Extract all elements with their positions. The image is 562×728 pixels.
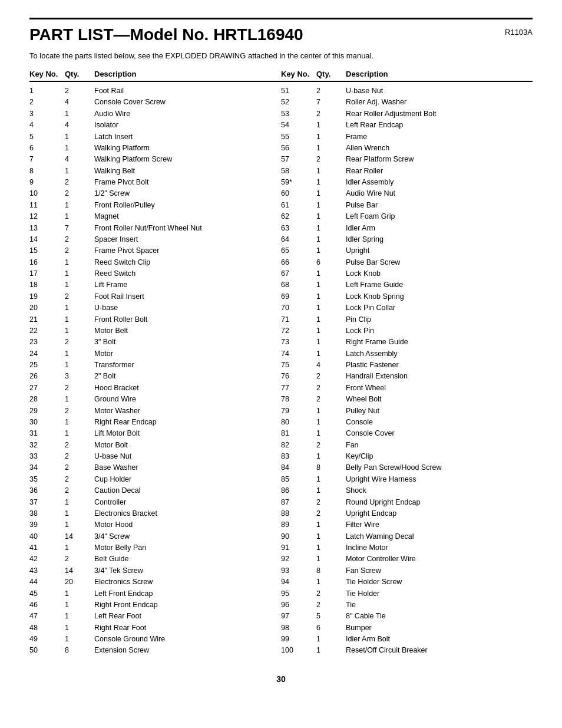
list-item: 56 1 Allen Wrench	[281, 143, 533, 154]
part-qty: 14	[65, 531, 94, 542]
list-item: 94 1 Tie Holder Screw	[281, 577, 533, 588]
list-item: 29 2 Motor Washer	[29, 406, 281, 417]
part-qty: 1	[316, 577, 346, 588]
part-qty: 1	[316, 406, 346, 417]
list-item: 3 1 Audio Wire	[29, 108, 281, 120]
part-key: 35	[29, 474, 65, 485]
part-qty: 1	[316, 234, 346, 245]
part-qty: 8	[316, 565, 346, 577]
part-desc: Motor Belly Pan	[94, 542, 281, 554]
part-qty: 2	[316, 440, 346, 451]
part-key: 79	[281, 406, 316, 417]
list-item: 83 1 Key/Clip	[281, 451, 533, 462]
list-item: 36 2 Caution Decal	[29, 485, 281, 496]
part-qty: 2	[65, 337, 94, 348]
part-qty: 2	[316, 154, 346, 165]
page-header: PART LIST—Model No. HRTL16940 R1103A	[29, 18, 533, 44]
part-key: 92	[281, 554, 316, 565]
list-item: 46 1 Right Front Endcap	[29, 599, 281, 611]
part-key: 81	[281, 428, 316, 439]
part-key: 74	[281, 348, 316, 360]
list-item: 65 1 Upright	[281, 245, 533, 256]
list-item: 100 1 Reset/Off Circuit Breaker	[281, 645, 533, 656]
part-desc: Reset/Off Circuit Breaker	[346, 645, 533, 656]
part-desc: Console	[346, 417, 533, 428]
part-key: 44	[29, 577, 65, 588]
part-desc: Idler Arm	[346, 223, 533, 234]
list-item: 18 1 Lift Frame	[29, 279, 281, 291]
part-desc: 1/2" Screw	[94, 188, 281, 199]
list-item: 92 1 Motor Controller Wire	[281, 554, 533, 565]
part-qty: 6	[316, 622, 346, 634]
part-key: 56	[281, 143, 316, 154]
list-item: 84 8 Belly Pan Screw/Hood Screw	[281, 462, 533, 473]
part-desc: Pulse Bar	[346, 200, 533, 211]
part-key: 85	[281, 474, 316, 485]
part-qty: 3	[65, 371, 94, 382]
part-desc: Pulley Nut	[346, 406, 533, 417]
part-key: 66	[281, 257, 316, 268]
part-desc: Left Frame Guide	[346, 279, 533, 291]
part-key: 10	[29, 188, 65, 199]
part-key: 14	[29, 234, 65, 245]
right-col-headers: Key No. Qty. Description	[281, 70, 533, 78]
part-desc: Lock Knob	[346, 268, 533, 279]
part-key: 22	[29, 325, 65, 337]
part-desc: Motor Belt	[94, 325, 281, 337]
part-key: 60	[281, 188, 316, 199]
part-key: 7	[29, 154, 65, 165]
list-item: 75 4 Plastic Fastener	[281, 360, 533, 371]
part-qty: 1	[316, 417, 346, 428]
part-key: 53	[281, 108, 316, 120]
part-desc: Lock Knob Spring	[346, 291, 533, 302]
list-item: 9 2 Frame Pivot Bolt	[29, 177, 281, 188]
part-qty: 1	[65, 200, 94, 211]
list-item: 12 1 Magnet	[29, 211, 281, 222]
part-key: 73	[281, 337, 316, 348]
part-qty: 4	[316, 360, 346, 371]
list-item: 68 1 Left Frame Guide	[281, 279, 533, 291]
part-desc: Frame Pivot Bolt	[94, 177, 281, 188]
part-desc: Left Rear Endcap	[346, 120, 533, 131]
part-qty: 1	[316, 131, 346, 143]
part-desc: Front Roller Nut/Front Wheel Nut	[94, 223, 281, 234]
part-key: 97	[281, 611, 316, 622]
part-qty: 2	[65, 85, 94, 97]
part-desc: Upright Wire Harness	[346, 474, 533, 485]
part-key: 33	[29, 451, 65, 462]
list-item: 2 4 Console Cover Screw	[29, 97, 281, 108]
list-item: 47 1 Left Rear Foot	[29, 611, 281, 622]
part-desc: Round Upright Endcap	[346, 497, 533, 508]
part-qty: 20	[65, 577, 94, 588]
part-desc: Frame	[346, 131, 533, 143]
part-key: 90	[281, 531, 316, 542]
part-desc: U-base Nut	[94, 451, 281, 462]
part-desc: Motor Controller Wire	[346, 554, 533, 565]
part-desc: Motor	[94, 348, 281, 360]
part-qty: 1	[316, 519, 346, 531]
part-key: 8	[29, 166, 65, 177]
part-desc: Motor Hood	[94, 519, 281, 531]
part-key: 87	[281, 497, 316, 508]
list-item: 27 2 Hood Bracket	[29, 383, 281, 394]
part-key: 18	[29, 279, 65, 291]
part-desc: Key/Clip	[346, 451, 533, 462]
part-key: 83	[281, 451, 316, 462]
part-qty: 4	[65, 120, 94, 131]
part-desc: Left Foam Grip	[346, 211, 533, 222]
list-item: 67 1 Lock Knob	[281, 268, 533, 279]
part-qty: 1	[65, 279, 94, 291]
list-item: 4 4 Isolator	[29, 120, 281, 131]
part-qty: 2	[65, 485, 94, 496]
list-item: 40 14 3/4" Screw	[29, 531, 281, 542]
part-desc: Cup Holder	[94, 474, 281, 485]
list-item: 20 1 U-base	[29, 302, 281, 314]
part-key: 61	[281, 200, 316, 211]
part-qty: 1	[316, 211, 346, 222]
part-desc: Motor Washer	[94, 406, 281, 417]
part-qty: 1	[316, 531, 346, 542]
list-item: 72 1 Lock Pin	[281, 325, 533, 337]
list-item: 53 2 Rear Roller Adjustment Bolt	[281, 108, 533, 120]
part-desc: Reed Switch	[94, 268, 281, 279]
part-desc: Allen Wrench	[346, 143, 533, 154]
